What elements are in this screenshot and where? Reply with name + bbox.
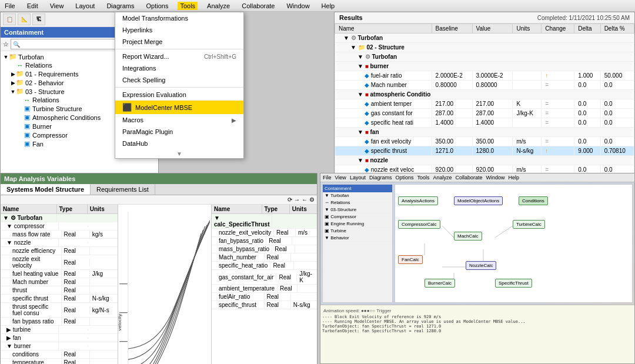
menu-check-spelling[interactable]: Check Spelling [115, 74, 243, 86]
toggle-01req[interactable]: ▶ [10, 71, 16, 77]
relation-icon-str: ↔ [23, 96, 31, 103]
menu-options[interactable]: Options [143, 2, 171, 10]
col-name-hdr: Name [1, 205, 57, 213]
toggle-02beh[interactable]: ▶ [10, 80, 16, 86]
var-nozzle-exit: nozzle exit velocity [1, 255, 62, 269]
toolbar-icon-4[interactable]: ⚙ [309, 196, 315, 203]
menu-view[interactable]: View [48, 2, 66, 10]
list-item[interactable]: specific thrust Real N-s/kg [1, 295, 118, 303]
list-item[interactable]: ▼ burner [1, 342, 118, 350]
cell-ambient-name: ◆ ambient temper [335, 99, 432, 109]
toolbar-icon-3[interactable]: ← [302, 196, 308, 203]
list-item[interactable]: nozzle exit velocity Real [1, 255, 118, 270]
cell-fanvel-units: m/s [513, 137, 542, 146]
list-item[interactable]: nozzle efficiency Real [1, 247, 118, 255]
menu-paramagic[interactable]: ParaMagic Plugin [115, 126, 243, 138]
tree-label-turbine: Turbine Structure [32, 105, 82, 112]
list-item[interactable]: thrust specific fuel consu Real kg/N-s [1, 303, 118, 318]
list-item[interactable]: nozzle_exit_velocity Real m/s [212, 229, 317, 237]
list-item[interactable]: fuel heating value Real J/kg [1, 270, 118, 278]
list-item[interactable]: mass_bypass_ratio Real [212, 245, 317, 253]
toolbar-containment-btn[interactable]: 📋 [3, 14, 16, 25]
menu-analyze[interactable]: Analyze [205, 2, 232, 10]
block-icon-compressor: ▣ [23, 131, 31, 139]
menu-modelcenter-mbse[interactable]: ⬛ ModelCenter MBSE [115, 101, 243, 114]
list-item[interactable]: Mach number Real [1, 278, 118, 286]
list-item[interactable]: specific_thrust Real N-s/kg [212, 301, 317, 309]
table-row: ▼ ⚙ Turbofan [335, 52, 634, 62]
menu-macros[interactable]: Macros ▶ [115, 114, 243, 126]
list-item[interactable]: ▼ ⚙ Turbofan [1, 214, 118, 222]
results-table-header: Name Baseline Value Units Change Delta D… [335, 24, 634, 34]
bg-menu-item: Layout [350, 175, 366, 181]
menu-window[interactable]: Window [284, 2, 312, 10]
list-item[interactable]: fan_bypass_ratio Real [212, 237, 317, 245]
modelcenter-row: ⬛ ModelCenter MBSE [122, 103, 192, 112]
list-item[interactable]: fuelAir_ratio Real [212, 293, 317, 301]
toggle-turbofan[interactable]: ▼ [3, 54, 9, 60]
menu-hyperlinks[interactable]: Hyperlinks [115, 24, 243, 36]
var-type [272, 221, 295, 222]
dropdown-more: ▼ [115, 149, 243, 158]
menu-file[interactable]: File [2, 2, 18, 10]
menu-collaborate[interactable]: Collaborate [239, 2, 277, 10]
list-item[interactable]: gas_constant_for_air Real J/kg-K [212, 270, 317, 285]
list-item[interactable]: ▼ compressor [1, 222, 118, 231]
var-temperature: temperature [1, 359, 62, 364]
cell-fuel-air-units [513, 71, 542, 81]
menu-tools[interactable]: Tools [178, 2, 198, 10]
menu-project-merge[interactable]: Project Merge [115, 36, 243, 48]
map-tab-systems[interactable]: Systems Model Structure [1, 184, 91, 195]
menu-datahub[interactable]: DataHub [115, 138, 243, 149]
menu-report-wizard[interactable]: Report Wizard... Ctrl+Shift+G [115, 51, 243, 62]
list-item[interactable]: specific_heat_ratio Real [212, 262, 317, 270]
cell-fanvel-baseline: 350.00 [432, 137, 472, 146]
menu-model-transformations[interactable]: Model Transformations [115, 12, 243, 24]
var-units [90, 282, 118, 283]
toggle-03str[interactable]: ▼ [10, 89, 16, 95]
var-fan-grp: ▶ fan [1, 334, 59, 342]
toolbar-structure-btn[interactable]: 🏗 [32, 14, 45, 25]
star-icon[interactable]: ☆ [3, 41, 9, 48]
col-type-hdr-r: Type [262, 205, 290, 213]
menu-diagrams[interactable]: Diagrams [104, 2, 136, 10]
menu-expression-evaluation[interactable]: Expression Evaluation [115, 89, 243, 101]
list-item[interactable]: ▶ turbine [1, 326, 118, 334]
list-item[interactable]: Mach_number Real [212, 253, 317, 262]
list-item[interactable]: ▼ calc_SpecificThrust [212, 214, 317, 229]
list-item[interactable]: thrust Real [1, 286, 118, 295]
menu-layout[interactable]: Layout [73, 2, 97, 10]
list-item[interactable]: ambient_temperature Real [212, 285, 317, 293]
menu-edit[interactable]: Edit [25, 2, 41, 10]
menu-item-label: Check Spelling [122, 76, 165, 84]
bg-toolbar: File View Layout Diagrams Options Tools … [320, 173, 634, 182]
table-row: ◆ gas constant for 287.00 287.00 J/kg-K … [335, 109, 634, 118]
var-type [59, 338, 89, 339]
col-name: Name [335, 24, 432, 34]
bg-tree-item: ▼ Behavior [323, 235, 392, 242]
list-item[interactable]: mass flow rate Real kg/s [1, 231, 118, 239]
var-type: Real [62, 350, 90, 358]
list-item[interactable]: ▶ fan [1, 334, 118, 342]
var-units [88, 329, 118, 330]
cell-ambient-baseline: 217.00 [432, 99, 472, 109]
toolbar-diagrams-btn[interactable]: 📐 [18, 14, 31, 25]
map-tab-requirements[interactable]: Requirements List [91, 184, 155, 195]
col-units-hdr-r: Units [290, 205, 317, 213]
cell-ambient-deltapct: 0.0 [600, 99, 634, 109]
list-item[interactable]: conditions Real [1, 350, 118, 359]
menu-integrations[interactable]: Integrations [115, 62, 243, 74]
diagram-node: Conditions [519, 196, 548, 205]
var-units: kg/s [90, 231, 118, 238]
list-item[interactable]: ▼ nozzle [1, 239, 118, 247]
list-item[interactable]: temperature Real [1, 359, 118, 364]
cell-gasconst-deltapct: 0.0 [600, 109, 634, 118]
curve-visualization-area: velocity bypass ratio [118, 205, 211, 364]
menu-help[interactable]: Help [319, 2, 337, 10]
toolbar-icon-2[interactable]: → [294, 196, 300, 203]
list-item[interactable]: fan bypass ratio Real [1, 318, 118, 326]
log-line: TurbofanObject: fan SpecificThrust = rea… [322, 324, 633, 329]
table-row: ◆ fuel-air ratio 2.0000E-2 3.0000E-2 ↑ 1… [335, 71, 634, 81]
cell-fuel-air-deltapct: 50.000 [600, 71, 634, 81]
toolbar-icon-1[interactable]: ⟳ [288, 196, 292, 203]
